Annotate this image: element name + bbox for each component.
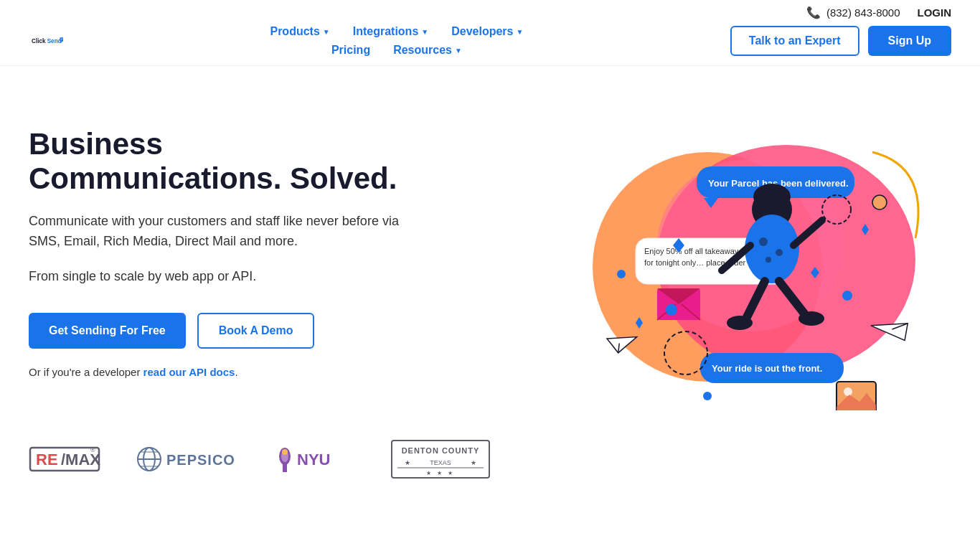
svg-point-64 (282, 449, 288, 455)
integrations-chevron: ▼ (421, 28, 428, 36)
pepsico-logo: PEPSICO (135, 443, 235, 475)
hero-illustration: Your Parcel has been delivered. Enjoy 50… (485, 95, 930, 410)
hero-buttons: Get Sending For Free Book A Demo (29, 313, 416, 349)
nav-row-top: Products ▼ Integrations ▼ Developers ▼ (270, 25, 523, 38)
svg-rect-2 (60, 37, 63, 41)
svg-text:RE: RE (36, 451, 58, 468)
svg-text:★: ★ (471, 459, 476, 466)
svg-point-35 (727, 316, 753, 330)
book-demo-button[interactable]: Book A Demo (197, 313, 315, 349)
hero-section: Business Communications. Solved. Communi… (0, 66, 980, 425)
nav-resources[interactable]: Resources ▼ (393, 44, 462, 57)
logos-bar: RE /MAX ® PEPSICO NYU (0, 425, 980, 501)
hero-title: Business Communications. Solved. (29, 127, 416, 197)
hero-left: Business Communications. Solved. Communi… (29, 127, 416, 378)
phone-area: 📞 (832) 843-8000 (806, 6, 900, 19)
phone-number: (832) 843-8000 (826, 6, 900, 19)
resources-chevron: ▼ (455, 47, 462, 55)
developers-chevron: ▼ (516, 28, 523, 36)
svg-text:TEXAS: TEXAS (430, 459, 451, 466)
svg-text:Your ride is out the front.: Your ride is out the front. (712, 363, 822, 374)
svg-point-47 (842, 291, 852, 301)
logo-icon: Click Send (32, 28, 63, 54)
header-actions: Talk to an Expert Sign Up (730, 26, 951, 56)
products-chevron: ▼ (323, 28, 330, 36)
svg-point-50 (617, 270, 626, 278)
denton-svg: DENTON COUNTY ★ TEXAS ★ ★ ★ ★ (390, 439, 491, 479)
nyu-svg: NYU (270, 443, 356, 475)
denton-county-logo: DENTON COUNTY ★ TEXAS ★ ★ ★ ★ (390, 439, 491, 479)
talk-to-expert-button[interactable]: Talk to an Expert (730, 26, 859, 56)
logo[interactable]: Click Send (29, 28, 63, 54)
svg-text:★ ★ ★: ★ ★ ★ (426, 470, 455, 476)
phone-icon: 📞 (806, 6, 821, 19)
api-docs-link[interactable]: read our API docs (143, 366, 235, 378)
svg-point-48 (703, 392, 712, 400)
hero-desc2: From single to scale by web app or API. (29, 266, 416, 287)
svg-point-29 (745, 215, 799, 283)
nav-center: Products ▼ Integrations ▼ Developers ▼ P… (270, 25, 523, 57)
svg-text:DENTON COUNTY: DENTON COUNTY (402, 446, 480, 455)
pepsico-svg: PEPSICO (135, 443, 235, 475)
nav-developers[interactable]: Developers ▼ (451, 25, 523, 38)
nav-pricing[interactable]: Pricing (331, 44, 370, 57)
nav-row-bottom: Pricing Resources ▼ (331, 44, 462, 57)
developer-text: Or if you're a developer read our API do… (29, 366, 416, 378)
remax-logo: RE /MAX ® (29, 443, 100, 475)
svg-point-36 (798, 311, 824, 326)
svg-text:★: ★ (405, 459, 410, 466)
svg-point-39 (753, 184, 791, 209)
hero-desc: Communicate with your customers and staf… (29, 211, 416, 253)
svg-point-18 (844, 387, 852, 396)
svg-text:NYU: NYU (297, 451, 330, 468)
svg-text:PEPSICO: PEPSICO (166, 452, 235, 468)
svg-point-30 (759, 237, 768, 246)
svg-point-32 (765, 257, 771, 263)
nav-integrations[interactable]: Integrations ▼ (353, 25, 428, 38)
remax-svg: RE /MAX ® (29, 443, 100, 475)
svg-point-31 (776, 249, 783, 256)
svg-point-49 (872, 195, 887, 209)
get-sending-button[interactable]: Get Sending For Free (29, 313, 186, 349)
svg-point-46 (666, 304, 677, 316)
nav-products[interactable]: Products ▼ (270, 25, 329, 38)
hero-illustration-area: Your Parcel has been delivered. Enjoy 50… (463, 95, 951, 410)
login-link[interactable]: LOGIN (918, 6, 952, 19)
nyu-logo: NYU (270, 443, 356, 475)
svg-text:Send: Send (47, 38, 62, 44)
sign-up-button[interactable]: Sign Up (868, 26, 951, 56)
svg-text:®: ® (90, 446, 95, 453)
svg-text:Click: Click (32, 38, 46, 44)
header-main: Click Send Products ▼ Integrations ▼ Dev… (0, 25, 980, 66)
